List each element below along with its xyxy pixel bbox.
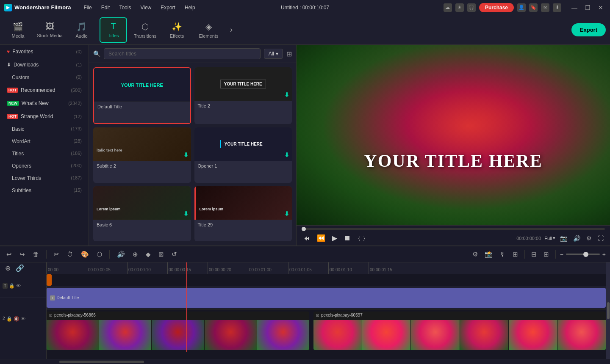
search-icon: 🔍: [93, 50, 100, 57]
more-tools-button[interactable]: ›: [227, 24, 236, 36]
video-clip-2[interactable]: ⊡ pexels-pixabay-60597: [313, 312, 606, 350]
media-button[interactable]: 🎬 Media: [4, 17, 32, 43]
elements-button[interactable]: ◈ Elements: [195, 17, 222, 43]
transition-tl-button[interactable]: ⬡: [94, 249, 104, 259]
lower-thirds-count: (187): [71, 175, 82, 181]
dahlia-thumb2: [362, 320, 410, 350]
menu-edit[interactable]: Edit: [97, 3, 114, 12]
purchase-button[interactable]: Purchase: [479, 3, 514, 12]
whats-new-item[interactable]: NEW What's New (2342): [2, 97, 87, 110]
right-scroll-handle[interactable]: [606, 262, 610, 359]
speed-button[interactable]: ⏱: [65, 249, 75, 259]
menu-tools[interactable]: Tools: [115, 3, 135, 12]
bookmark-icon[interactable]: 🔖: [529, 3, 538, 12]
delete-button[interactable]: 🗑: [30, 249, 41, 259]
transitions-button[interactable]: ⬡ Transitions: [131, 17, 159, 43]
title-card-29[interactable]: Lorem ipsum ⬇ Title 29: [194, 186, 292, 241]
titles-button[interactable]: T Titles: [100, 17, 127, 43]
recommended-item[interactable]: HOT Recommended (500): [2, 84, 87, 97]
split-audio-button[interactable]: 🔊: [115, 249, 127, 259]
zoom-slider[interactable]: [566, 254, 600, 255]
title-card-2[interactable]: YOUR TITLE HERE ⬇ Title 2: [194, 67, 292, 124]
zoom-in-button[interactable]: +: [602, 251, 606, 258]
horizontal-scrollbar[interactable]: [0, 359, 610, 364]
download-icon[interactable]: ⬇: [553, 3, 561, 12]
user-icon[interactable]: 👤: [517, 3, 526, 12]
sun-icon[interactable]: ☀: [455, 3, 464, 12]
video1-mute-icon[interactable]: 🔇: [14, 316, 19, 322]
restore-button[interactable]: ❐: [582, 3, 593, 12]
color-button[interactable]: 🎨: [79, 249, 91, 259]
quality-button[interactable]: Full ▾: [544, 235, 555, 241]
lower-thirds-item[interactable]: Lower Thirds (187): [2, 172, 87, 184]
downloads-item[interactable]: ⬇ Downloads (1): [2, 58, 87, 71]
favorites-item[interactable]: ♥ Favorites (0): [2, 45, 87, 58]
effects-button[interactable]: ✨ Effects: [163, 17, 191, 43]
grid-view-icon[interactable]: ⊞: [286, 50, 292, 58]
stock-media-icon: 🖼: [46, 22, 54, 31]
title-card-subtitle2[interactable]: italic text here ⬇ Subtitle 2: [93, 127, 191, 182]
subtitles-item[interactable]: Subtitles (15): [2, 185, 87, 196]
snapshot-icon[interactable]: 📷: [559, 235, 568, 242]
add-track-header: ⊕ 🔗: [0, 262, 46, 274]
title-eye-icon[interactable]: 👁: [16, 283, 21, 289]
cut-button[interactable]: ✂: [52, 249, 61, 259]
snapshot-tl-button[interactable]: 📸: [482, 249, 495, 259]
play-button[interactable]: ▶: [330, 233, 339, 243]
video1-eye-icon[interactable]: 👁: [21, 316, 25, 322]
close-button[interactable]: ✕: [596, 3, 606, 12]
menu-export[interactable]: Export: [156, 3, 180, 12]
title-card-opener1[interactable]: YOUR TITLE HERE ⬇ Opener 1: [194, 127, 292, 182]
cloud-icon[interactable]: ☁: [444, 3, 452, 12]
strange-world-item[interactable]: HOT Strange World (12): [2, 110, 87, 123]
video1-lock-icon[interactable]: 🔒: [6, 316, 12, 322]
basic-item[interactable]: Basic (173): [2, 123, 87, 135]
track-up-button[interactable]: ⊞: [541, 249, 551, 259]
rewind-button[interactable]: ⏪: [315, 233, 327, 243]
add-track-button[interactable]: ⊕: [3, 262, 12, 274]
title-lock-icon[interactable]: 🔒: [9, 283, 15, 289]
title-clip-text: Default Title: [57, 295, 79, 300]
volume-icon[interactable]: 🔊: [572, 235, 582, 242]
audio-button[interactable]: 🎵 Audio: [68, 17, 95, 43]
favorites-label: Favorites: [12, 49, 33, 55]
search-input[interactable]: [104, 48, 261, 59]
stock-media-button[interactable]: 🖼 Stock Media: [36, 17, 64, 43]
undo-button[interactable]: ↩: [4, 249, 14, 259]
export-button[interactable]: Export: [571, 23, 606, 36]
menu-view[interactable]: View: [136, 3, 155, 12]
filter-button[interactable]: All ▾: [264, 49, 283, 59]
menu-file[interactable]: File: [79, 3, 96, 12]
title-card-default[interactable]: YOUR TITLE HERE Default Title: [93, 67, 191, 124]
link-button[interactable]: 🔗: [14, 262, 26, 274]
audio-duck-button[interactable]: ⊕: [130, 249, 140, 259]
separator1: [46, 250, 47, 259]
wordart-item[interactable]: WordArt (28): [2, 135, 87, 147]
openers-item[interactable]: Openers (200): [2, 160, 87, 172]
zoom-out-button[interactable]: −: [560, 251, 563, 258]
minimize-button[interactable]: —: [569, 3, 580, 12]
mail-icon[interactable]: ✉: [541, 3, 549, 12]
redo-button[interactable]: ↪: [17, 249, 27, 259]
custom-item[interactable]: Custom (0): [2, 72, 87, 83]
headphone-icon[interactable]: 🎧: [467, 3, 476, 12]
voice-button[interactable]: 🎙: [497, 249, 508, 259]
default-title-clip[interactable]: T Default Title: [47, 288, 606, 308]
magnetic-button[interactable]: ⊞: [510, 249, 520, 259]
crop-button[interactable]: ⊠: [156, 249, 166, 259]
fullscreen-icon[interactable]: ⛶: [596, 235, 605, 242]
settings-tl-button[interactable]: ⚙: [470, 249, 480, 259]
prev-frame-button[interactable]: ⏮: [302, 234, 312, 243]
menu-help[interactable]: Help: [180, 3, 200, 12]
titles-sidebar-item[interactable]: Titles (186): [2, 148, 87, 160]
subtitles-label: Subtitles: [12, 188, 31, 193]
title-card-basic6[interactable]: Lorem ipsum ⬇ Basic 6: [93, 186, 191, 241]
progress-bar[interactable]: [302, 228, 605, 230]
track-down-button[interactable]: ⊟: [529, 249, 539, 259]
stabilize-button[interactable]: ↺: [169, 249, 179, 259]
keyframe-button[interactable]: ◆: [144, 249, 153, 259]
settings-icon[interactable]: ⚙: [585, 235, 593, 242]
app-logo: ▶ Wondershare Filmora: [4, 4, 71, 11]
stop-button[interactable]: ⏹: [342, 234, 352, 243]
video-clip-1[interactable]: ⊡ pexels-pixabay-56866: [47, 312, 309, 350]
